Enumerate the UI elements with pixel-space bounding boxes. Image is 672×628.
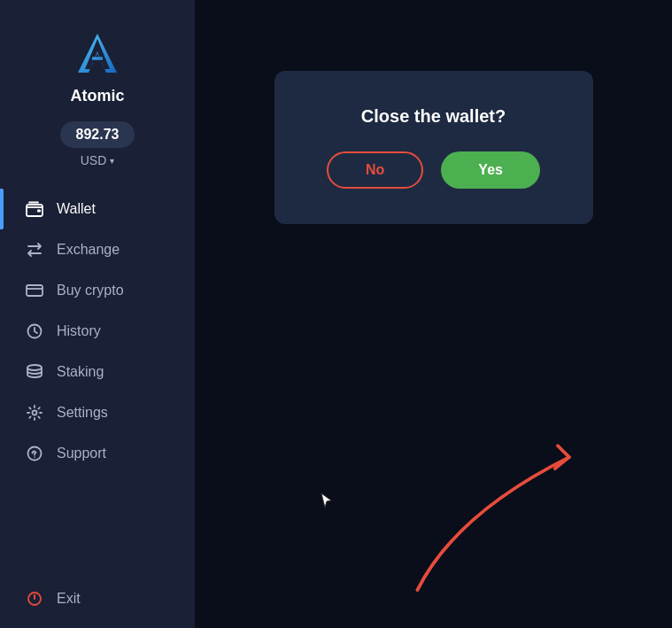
sidebar-item-label-exit: Exit [57,591,81,607]
history-icon [25,323,44,339]
sidebar-item-wallet[interactable]: Wallet [0,189,195,229]
svg-point-5 [33,411,37,415]
atomic-logo [71,27,124,80]
settings-icon [25,405,44,421]
nav-items: Wallet Exchange Buy crypto History Staki [0,189,195,474]
svg-rect-1 [37,210,41,213]
sidebar-item-history[interactable]: History [0,311,195,352]
svg-point-7 [34,456,35,458]
balance-display: 892.73 [60,121,135,148]
sidebar-item-label-staking: Staking [57,364,104,380]
staking-icon [25,364,44,380]
sidebar-item-label-wallet: Wallet [57,201,96,217]
support-icon [25,446,44,461]
dialog-buttons: No Yes [319,151,549,189]
sidebar-item-label-settings: Settings [57,405,108,421]
sidebar-item-label-history: History [57,323,101,339]
svg-point-4 [27,365,42,370]
no-button[interactable]: No [327,151,423,189]
sidebar-item-buy-crypto[interactable]: Buy crypto [0,270,195,311]
sidebar-item-label-support: Support [57,446,106,461]
main-content: Close the wallet? No Yes [195,0,672,628]
dialog-title: Close the wallet? [361,106,506,127]
svg-rect-2 [27,285,42,296]
exit-icon [25,591,44,607]
sidebar: Atomic 892.73 USD ▾ Wallet Exchange Buy … [0,0,195,628]
sidebar-bottom: Exit [0,578,195,628]
dialog-overlay: Close the wallet? No Yes [195,0,672,628]
app-name: Atomic [70,87,124,105]
sidebar-item-label-buy-crypto: Buy crypto [57,283,124,298]
currency-selector[interactable]: USD ▾ [81,153,115,167]
chevron-down-icon: ▾ [110,156,114,166]
yes-button[interactable]: Yes [441,151,540,189]
sidebar-item-support[interactable]: Support [0,433,195,474]
sidebar-item-staking[interactable]: Staking [0,352,195,392]
close-wallet-dialog: Close the wallet? No Yes [274,71,593,224]
logo-container: Atomic [70,27,124,105]
sidebar-item-label-exchange: Exchange [57,242,120,258]
buy-crypto-icon [25,283,44,298]
sidebar-item-exchange[interactable]: Exchange [0,229,195,270]
sidebar-item-settings[interactable]: Settings [0,392,195,433]
exchange-icon [25,243,44,257]
currency-label: USD [81,153,107,167]
sidebar-item-exit[interactable]: Exit [0,578,195,619]
wallet-icon [25,201,44,217]
